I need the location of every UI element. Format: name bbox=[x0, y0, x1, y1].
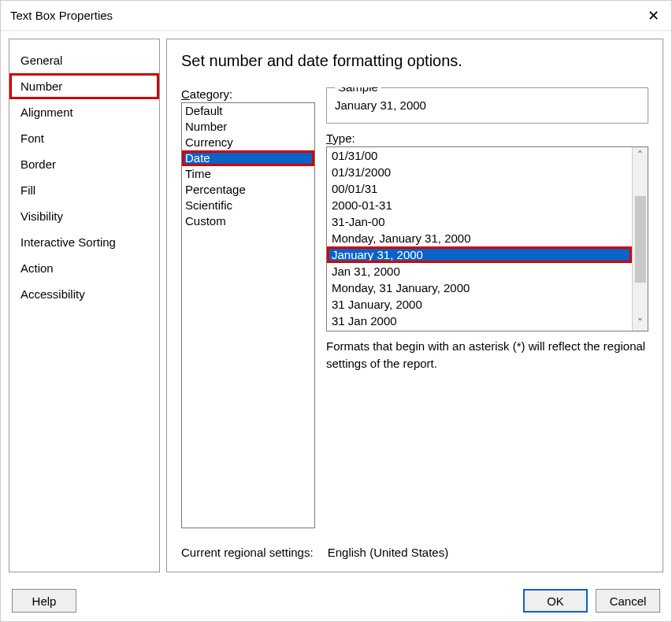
nav-item-font[interactable]: Font bbox=[9, 125, 159, 151]
type-list-wrap: 01/31/0001/31/200000/01/312000-01-3131-J… bbox=[326, 146, 648, 331]
type-label: Type: bbox=[326, 131, 648, 145]
dialog-footer: Help OK Cancel bbox=[1, 580, 671, 621]
category-item[interactable]: Percentage bbox=[182, 182, 314, 198]
close-icon[interactable]: ✕ bbox=[644, 7, 662, 24]
type-item[interactable]: 2000-01-31 bbox=[327, 197, 632, 213]
help-button[interactable]: Help bbox=[12, 589, 76, 613]
scroll-thumb[interactable] bbox=[635, 196, 646, 283]
titlebar: Text Box Properties ✕ bbox=[1, 1, 671, 31]
scrollbar[interactable]: ˄ ˅ bbox=[632, 147, 648, 331]
dialog-body: GeneralNumberAlignmentFontBorderFillVisi… bbox=[1, 31, 671, 580]
type-item[interactable]: Monday, January 31, 2000 1:30:00 PM bbox=[327, 329, 632, 331]
type-item[interactable]: 01/31/2000 bbox=[327, 164, 632, 180]
category-item[interactable]: Scientific bbox=[182, 198, 314, 213]
content-row: Category: DefaultNumberCurrencyDateTimeP… bbox=[181, 87, 648, 528]
type-item[interactable]: Jan 31, 2000 bbox=[327, 263, 632, 280]
category-item[interactable]: Default bbox=[182, 103, 314, 119]
category-label: Category: bbox=[181, 87, 315, 101]
regional-value: English (United States) bbox=[328, 546, 448, 559]
nav-item-interactive-sorting[interactable]: Interactive Sorting bbox=[9, 229, 159, 255]
sample-box: Sample January 31, 2000 bbox=[326, 87, 648, 124]
sample-label: Sample bbox=[335, 87, 381, 94]
type-item[interactable]: 00/01/31 bbox=[327, 180, 632, 197]
scroll-up-icon[interactable]: ˄ bbox=[637, 149, 643, 161]
type-item[interactable]: January 31, 2000 bbox=[327, 246, 632, 263]
type-item[interactable]: 31-Jan-00 bbox=[327, 213, 632, 230]
type-item[interactable]: Monday, January 31, 2000 bbox=[327, 230, 632, 246]
regional-settings: Current regional settings: English (Unit… bbox=[181, 546, 648, 559]
nav-item-accessibility[interactable]: Accessibility bbox=[9, 281, 159, 307]
category-column: Category: DefaultNumberCurrencyDateTimeP… bbox=[181, 87, 315, 528]
category-item[interactable]: Custom bbox=[182, 213, 314, 229]
category-item[interactable]: Currency bbox=[182, 135, 314, 150]
type-item[interactable]: 31 Jan 2000 bbox=[327, 313, 632, 329]
sample-value: January 31, 2000 bbox=[335, 98, 640, 112]
nav-item-action[interactable]: Action bbox=[9, 255, 159, 281]
type-list[interactable]: 01/31/0001/31/200000/01/312000-01-3131-J… bbox=[327, 147, 632, 331]
dialog-title: Text Box Properties bbox=[10, 9, 644, 22]
content-panel: Set number and date formatting options. … bbox=[166, 39, 663, 572]
detail-column: Sample January 31, 2000 Type: 01/31/0001… bbox=[326, 87, 648, 528]
format-note: Formats that begin with an asterisk (*) … bbox=[326, 338, 648, 372]
ok-button[interactable]: OK bbox=[523, 589, 588, 613]
nav-item-general[interactable]: General bbox=[9, 47, 159, 73]
page-heading: Set number and date formatting options. bbox=[181, 52, 648, 70]
nav-item-number[interactable]: Number bbox=[9, 73, 159, 99]
category-item[interactable]: Number bbox=[182, 119, 314, 135]
type-item[interactable]: 31 January, 2000 bbox=[327, 296, 632, 313]
category-list[interactable]: DefaultNumberCurrencyDateTimePercentageS… bbox=[181, 102, 315, 528]
nav-item-border[interactable]: Border bbox=[9, 151, 159, 177]
category-item[interactable]: Time bbox=[182, 166, 314, 182]
category-item[interactable]: Date bbox=[182, 150, 314, 166]
nav-item-visibility[interactable]: Visibility bbox=[9, 203, 159, 229]
type-item[interactable]: Monday, 31 January, 2000 bbox=[327, 280, 632, 296]
regional-label: Current regional settings: bbox=[181, 546, 314, 559]
type-item[interactable]: 01/31/00 bbox=[327, 147, 632, 164]
nav-panel: GeneralNumberAlignmentFontBorderFillVisi… bbox=[9, 39, 160, 572]
nav-item-alignment[interactable]: Alignment bbox=[9, 99, 159, 125]
text-box-properties-dialog: Text Box Properties ✕ GeneralNumberAlign… bbox=[0, 0, 672, 622]
scroll-down-icon[interactable]: ˅ bbox=[637, 317, 643, 329]
nav-item-fill[interactable]: Fill bbox=[9, 177, 159, 203]
cancel-button[interactable]: Cancel bbox=[596, 589, 660, 613]
